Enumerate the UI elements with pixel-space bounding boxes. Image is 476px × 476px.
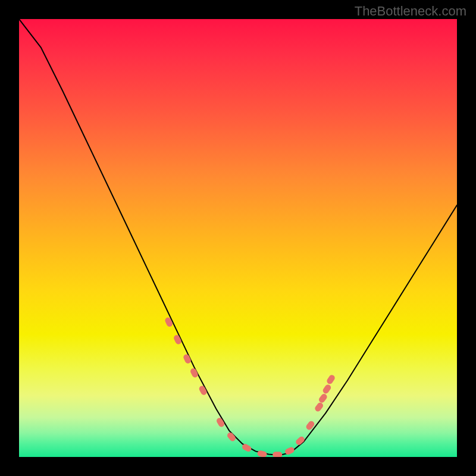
- highlight-dot: [257, 450, 268, 457]
- highlight-dot: [325, 374, 336, 385]
- highlight-dots-group: [164, 317, 336, 457]
- highlight-dot: [226, 431, 237, 443]
- bottleneck-curve: [19, 19, 457, 455]
- highlight-dot: [314, 402, 324, 413]
- highlight-dot: [322, 383, 332, 394]
- highlight-dot: [273, 452, 282, 457]
- chart-svg: [19, 19, 457, 457]
- chart-frame: TheBottleneck.com: [0, 0, 476, 476]
- highlight-dot: [295, 436, 306, 446]
- highlight-dot: [318, 393, 328, 404]
- highlight-dot: [305, 420, 316, 431]
- watermark-text: TheBottleneck.com: [355, 4, 466, 19]
- plot-area: [19, 19, 457, 457]
